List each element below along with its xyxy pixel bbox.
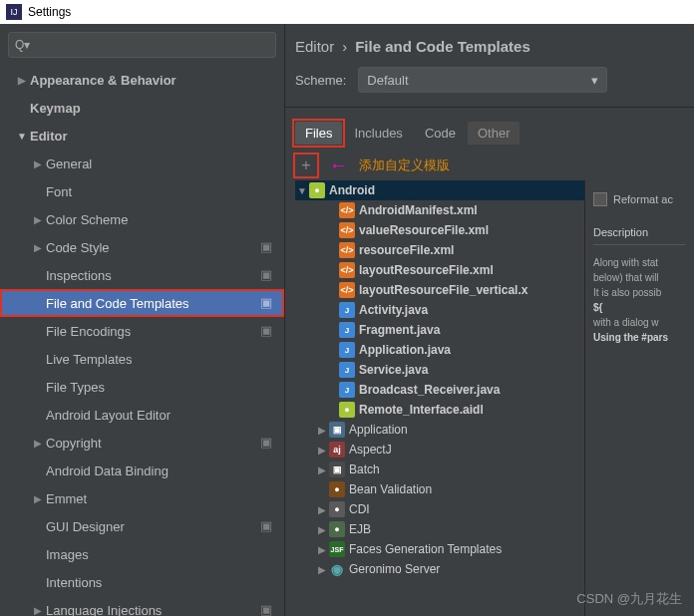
- sidebar-item[interactable]: Android Data Binding: [0, 457, 284, 484]
- template-item-label: Activity.java: [359, 303, 428, 317]
- sidebar-item-label: Android Data Binding: [46, 463, 276, 478]
- aidl-icon: ●: [339, 402, 355, 418]
- sidebar-item[interactable]: Keymap: [0, 94, 284, 122]
- add-template-button[interactable]: +: [295, 154, 317, 176]
- template-item[interactable]: ▶◉Geronimo Server: [295, 559, 584, 579]
- template-item[interactable]: ●Remote_Interface.aidl: [295, 400, 584, 420]
- desc-line: Using the #pars: [593, 330, 686, 345]
- sidebar-item[interactable]: ▼Editor: [0, 122, 284, 150]
- template-item-label: Faces Generation Templates: [349, 542, 502, 556]
- template-item[interactable]: ▶●EJB: [295, 519, 584, 539]
- sidebar-item-label: Images: [46, 547, 276, 562]
- sidebar-item[interactable]: File Encodings▣: [0, 317, 284, 345]
- template-item[interactable]: ▶●CDI: [295, 499, 584, 519]
- sidebar-item[interactable]: Intentions: [0, 568, 284, 596]
- template-details: Reformat ac Description Along with statb…: [584, 180, 694, 616]
- template-tabs: FilesIncludesCodeOther: [285, 108, 694, 145]
- chevron-down-icon: ▾: [591, 73, 598, 88]
- template-item[interactable]: ▶▣Application: [295, 420, 584, 440]
- sidebar-item[interactable]: GUI Designer▣: [0, 512, 284, 540]
- chevron-right-icon: ▶: [30, 493, 46, 504]
- template-item[interactable]: ▶JSFFaces Generation Templates: [295, 539, 584, 559]
- java-icon: J: [339, 322, 355, 338]
- bean-icon: ●: [329, 481, 345, 497]
- sidebar-item-label: Editor: [30, 129, 276, 144]
- scheme-select[interactable]: Default ▾: [358, 67, 607, 93]
- settings-tree: ▶Appearance & BehaviorKeymap▼Editor▶Gene…: [0, 66, 284, 616]
- chevron-right-icon: ▶: [315, 544, 329, 555]
- template-item[interactable]: JApplication.java: [295, 340, 584, 360]
- window-titlebar: IJ Settings: [0, 0, 694, 24]
- sidebar-item[interactable]: Images: [0, 540, 284, 568]
- template-item[interactable]: ▼●Android: [295, 180, 584, 200]
- sidebar-item-label: Keymap: [30, 101, 276, 116]
- template-item-label: Application.java: [359, 343, 451, 357]
- template-item-label: Application: [349, 423, 408, 437]
- batch-icon: ▣: [329, 462, 345, 477]
- chevron-right-icon: ▶: [30, 438, 46, 449]
- xml-icon: </>: [339, 262, 355, 278]
- tab[interactable]: Code: [415, 122, 466, 145]
- chevron-right-icon: ▶: [30, 605, 46, 616]
- chevron-right-icon: ▶: [315, 504, 329, 515]
- template-item[interactable]: </>AndroidManifest.xml: [295, 200, 584, 220]
- description-body: Along with statbelow) that willIt is als…: [593, 255, 686, 345]
- tab[interactable]: Other: [468, 122, 520, 145]
- tab[interactable]: Files: [295, 122, 342, 145]
- sidebar-item-label: Inspections: [46, 268, 260, 283]
- java-icon: J: [339, 342, 355, 358]
- sidebar-item-label: GUI Designer: [46, 519, 260, 534]
- template-item[interactable]: </>layoutResourceFile_vertical.x: [295, 280, 584, 300]
- breadcrumb: Editor › File and Code Templates: [285, 24, 694, 63]
- breadcrumb-leaf: File and Code Templates: [355, 38, 530, 55]
- folder-icon: ▣: [329, 422, 345, 438]
- desc-line: Along with stat: [593, 255, 686, 270]
- sidebar-item-label: Intentions: [46, 575, 276, 590]
- sidebar-item[interactable]: ▶Emmet: [0, 484, 284, 512]
- sidebar-item[interactable]: ▶Language Injections▣: [0, 596, 284, 616]
- reformat-checkbox[interactable]: [593, 192, 607, 206]
- template-item[interactable]: JService.java: [295, 360, 584, 380]
- sidebar-item[interactable]: Inspections▣: [0, 261, 284, 289]
- chevron-right-icon: ▶: [315, 425, 329, 436]
- sidebar-item[interactable]: ▶Appearance & Behavior: [0, 66, 284, 94]
- template-item[interactable]: </>layoutResourceFile.xml: [295, 260, 584, 280]
- chevron-right-icon: ▶: [30, 158, 46, 169]
- search-input[interactable]: Q▾: [8, 32, 276, 58]
- template-item[interactable]: </>resourceFile.xml: [295, 240, 584, 260]
- template-item-label: valueResourceFile.xml: [359, 223, 489, 237]
- sidebar-item[interactable]: Android Layout Editor: [0, 401, 284, 429]
- sidebar-item[interactable]: Live Templates: [0, 345, 284, 373]
- sidebar-item[interactable]: ▶Code Style▣: [0, 233, 284, 261]
- template-item-label: AspectJ: [349, 443, 392, 457]
- tab[interactable]: Includes: [344, 122, 412, 145]
- template-item-label: layoutResourceFile.xml: [359, 263, 494, 277]
- template-item[interactable]: ●Bean Validation: [295, 479, 584, 499]
- chevron-right-icon: ›: [342, 38, 347, 55]
- sidebar-item[interactable]: File and Code Templates▣: [0, 289, 284, 317]
- template-tree: ▼●Android</>AndroidManifest.xml</>valueR…: [295, 180, 584, 616]
- description-title: Description: [593, 226, 686, 238]
- template-item[interactable]: JBroadcast_Receiver.java: [295, 380, 584, 400]
- sidebar-item[interactable]: ▶Copyright▣: [0, 429, 284, 457]
- globe-icon: ◉: [329, 561, 345, 577]
- template-item[interactable]: JActivity.java: [295, 300, 584, 320]
- template-item[interactable]: ▶ajAspectJ: [295, 440, 584, 460]
- window-title: Settings: [28, 5, 71, 19]
- sidebar-item[interactable]: File Types: [0, 373, 284, 401]
- sidebar-item[interactable]: Font: [0, 177, 284, 205]
- sidebar-item[interactable]: ▶Color Scheme: [0, 205, 284, 233]
- java-icon: J: [339, 302, 355, 318]
- breadcrumb-root: Editor: [295, 38, 334, 55]
- template-item-label: resourceFile.xml: [359, 243, 454, 257]
- template-item-label: CDI: [349, 502, 370, 516]
- reformat-label: Reformat ac: [613, 193, 673, 205]
- template-item[interactable]: ▶▣Batch: [295, 460, 584, 479]
- template-item[interactable]: </>valueResourceFile.xml: [295, 220, 584, 240]
- project-badge-icon: ▣: [260, 602, 276, 616]
- aj-icon: aj: [329, 442, 345, 458]
- sidebar-item[interactable]: ▶General: [0, 150, 284, 177]
- template-item[interactable]: JFragment.java: [295, 320, 584, 340]
- app-icon: IJ: [6, 4, 22, 20]
- sidebar-item-label: Android Layout Editor: [46, 408, 276, 423]
